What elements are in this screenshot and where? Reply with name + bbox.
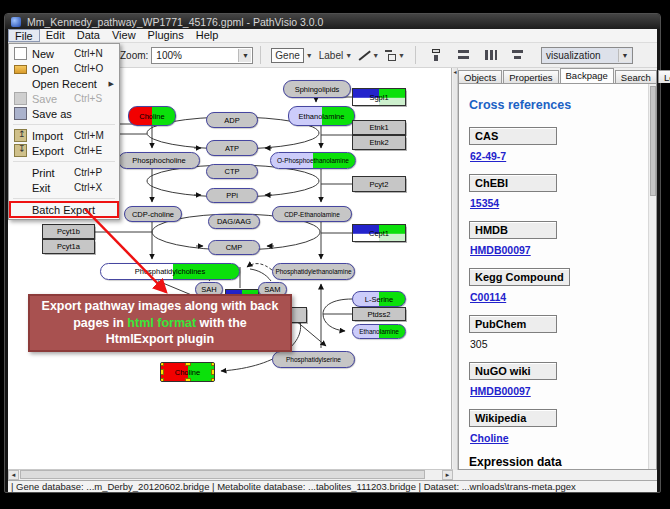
pathway-node-phosphocholine[interactable]: Phosphocholine xyxy=(118,152,200,169)
pathway-node-atp[interactable]: ATP xyxy=(206,140,258,156)
pathway-node-l-serine[interactable]: L-Serine xyxy=(352,291,406,307)
shape-tool-button[interactable]: ▼ xyxy=(382,46,408,64)
visualization-combobox[interactable]: visualization ▼ xyxy=(541,47,633,64)
pathway-node-sgpl1[interactable]: Sgpl1 xyxy=(352,88,406,106)
node-label: Phosphocholine xyxy=(132,156,185,165)
submenu-arrow-icon: ▶ xyxy=(109,80,114,88)
xref-link[interactable]: 62-49-7 xyxy=(470,150,648,162)
title-bar[interactable]: Mm_Kennedy_pathway_WP1771_45176.gpml - P… xyxy=(5,14,660,29)
tab-legend[interactable]: Legend xyxy=(658,70,670,83)
callout-highlight: html format xyxy=(127,316,196,330)
pathway-node-sphingolipids[interactable]: Sphingolipids xyxy=(283,80,351,98)
tab-objects[interactable]: Objects xyxy=(458,70,502,83)
xref-link[interactable]: 15354 xyxy=(470,197,648,209)
chevron-down-icon[interactable]: ▼ xyxy=(372,52,379,59)
menu-data[interactable]: Data xyxy=(71,29,106,42)
tab-backpage[interactable]: Backpage xyxy=(560,68,614,83)
xref-link[interactable]: HMDB00097 xyxy=(470,244,648,256)
pathway-node-ctp[interactable]: CTP xyxy=(206,164,258,179)
chevron-down-icon[interactable]: ▼ xyxy=(345,52,352,59)
align-left-icon[interactable] xyxy=(510,48,525,62)
pathway-node-ppi[interactable]: PPi xyxy=(206,188,258,203)
label-tool-button[interactable]: Label ▼ xyxy=(316,46,355,64)
pathway-node-ethanolamine[interactable]: Ethanolamine xyxy=(352,324,406,339)
xref-source-header: CAS xyxy=(469,127,557,145)
pathway-node-pcyt2[interactable]: Pcyt2 xyxy=(352,176,406,192)
tab-search[interactable]: Search xyxy=(615,70,657,83)
distribute-horizontal-icon[interactable] xyxy=(483,48,498,62)
menu-edit[interactable]: Edit xyxy=(40,29,71,42)
node-label: ATP xyxy=(225,144,239,153)
selection-handle[interactable] xyxy=(185,362,191,366)
file-menu-item-new[interactable]: NewCtrl+N xyxy=(10,46,118,61)
line-tool-button[interactable]: ▼ xyxy=(355,46,382,64)
menu-view[interactable]: View xyxy=(106,29,142,42)
chevron-down-icon[interactable]: ▼ xyxy=(618,49,631,62)
canvas-hscrollbar[interactable]: ◄ ► xyxy=(8,469,453,480)
chevron-down-icon[interactable]: ▼ xyxy=(398,52,405,59)
gene-tool-button[interactable]: Gene ▼ xyxy=(268,46,315,64)
file-menu-item-save[interactable]: SaveCtrl+S xyxy=(10,91,118,106)
file-menu-item-export[interactable]: ExportCtrl+E xyxy=(10,143,118,158)
pathway-node-ethanolamine[interactable]: Ethanolamine xyxy=(288,106,355,126)
pathway-node-etnk2[interactable]: Etnk2 xyxy=(352,135,406,150)
pathway-node-cdp-choline[interactable]: CDP-choline xyxy=(124,206,182,222)
pathway-node-phosphatidylcholines[interactable]: Phosphatidylcholines xyxy=(100,263,240,280)
align-center-icon[interactable] xyxy=(429,48,444,62)
pathway-node-phosphatidylethanolamine[interactable]: Phosphatidylethanolamine xyxy=(272,263,355,280)
pathway-node-pcyt1b[interactable]: Pcyt1b xyxy=(42,224,95,239)
scroll-track[interactable] xyxy=(19,470,442,480)
menu-help[interactable]: Help xyxy=(190,29,225,42)
xref-link[interactable]: C00114 xyxy=(470,291,648,303)
menu-file[interactable]: File xyxy=(8,29,40,42)
file-menu-item-import[interactable]: ImportCtrl+M xyxy=(10,128,118,143)
pathway-node-choline[interactable]: Choline xyxy=(128,106,176,126)
callout-line3: HtmlExport plugin xyxy=(30,331,290,348)
file-menu-item-save-as[interactable]: Save as xyxy=(10,106,118,121)
selection-handle[interactable] xyxy=(185,378,191,382)
file-menu-item-print[interactable]: PrintCtrl+P xyxy=(10,165,118,180)
zoom-combobox[interactable]: 100% ▼ xyxy=(151,47,253,64)
pathway-node-etnk1[interactable]: Etnk1 xyxy=(352,120,406,135)
xref-sections: CAS62-49-7ChEBI15354HMDBHMDB00097Kegg Co… xyxy=(469,126,648,444)
no-icon xyxy=(14,77,27,90)
pathway-node-cmp[interactable]: CMP xyxy=(208,240,260,255)
pathway-node-adp[interactable]: ADP xyxy=(206,112,258,128)
selection-handle[interactable] xyxy=(211,369,215,375)
selection-handle[interactable] xyxy=(160,378,164,382)
scroll-thumb[interactable] xyxy=(650,86,656,196)
annotation-callout: Export pathway images along with back pa… xyxy=(28,294,292,352)
node-label: Ethanolamine xyxy=(299,112,345,121)
selection-handle[interactable] xyxy=(211,362,215,366)
scroll-right-icon[interactable]: ► xyxy=(442,470,453,480)
xref-source-header: ChEBI xyxy=(469,174,557,192)
scroll-thumb[interactable] xyxy=(20,470,425,479)
pathway-node-cdp-ethanolamine[interactable]: CDP-Ethanolamine xyxy=(272,206,352,222)
pathway-node-pcyt1a[interactable]: Pcyt1a xyxy=(42,239,95,254)
xref-link[interactable]: HMDB00097 xyxy=(470,385,648,397)
file-menu-item-open[interactable]: OpenCtrl+O xyxy=(10,61,118,76)
file-menu-item-label: Open Recent xyxy=(32,78,109,90)
chevron-down-icon[interactable]: ▼ xyxy=(306,52,313,59)
tab-properties[interactable]: Properties xyxy=(503,70,558,83)
pathway-node-dag-aag[interactable]: DAG/AAG xyxy=(208,214,260,229)
cross-references-heading: Cross references xyxy=(469,98,648,112)
file-menu-item-batch-export[interactable]: Batch Export xyxy=(10,202,118,217)
selection-handle[interactable] xyxy=(160,362,164,366)
pathway-node-phosphatidylserine[interactable]: Phosphatidylserine xyxy=(272,351,355,368)
selection-handle[interactable] xyxy=(211,378,215,382)
pathway-node-ptdss2[interactable]: Ptdss2 xyxy=(352,307,406,321)
menu-plugins[interactable]: Plugins xyxy=(142,29,190,42)
pathway-node-o-phosphoethanolamine[interactable]: O-Phosphoethanolamine xyxy=(270,152,356,169)
file-menu-item-label: Print xyxy=(32,167,74,179)
distribute-vertical-icon[interactable] xyxy=(456,48,471,62)
file-menu-item-exit[interactable]: ExitCtrl+X xyxy=(10,180,118,195)
panel-scrollbar[interactable] xyxy=(648,84,656,469)
chevron-down-icon[interactable]: ▼ xyxy=(238,49,251,62)
selection-handle[interactable] xyxy=(160,369,164,375)
file-menu-item-open-recent[interactable]: Open Recent▶ xyxy=(10,76,118,91)
pathway-node-cept1[interactable]: Cept1 xyxy=(352,224,406,242)
scroll-left-icon[interactable]: ◄ xyxy=(8,470,19,480)
pathway-node-choline[interactable]: Choline xyxy=(160,362,215,382)
xref-link[interactable]: Choline xyxy=(470,432,648,444)
